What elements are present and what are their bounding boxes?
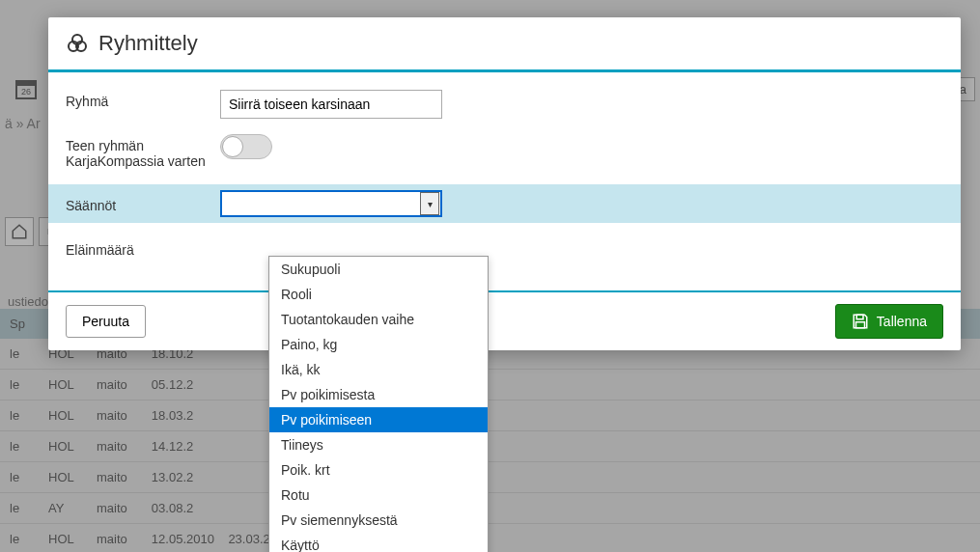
- svg-rect-9: [856, 315, 863, 319]
- toggle-knob: [222, 136, 243, 157]
- dropdown-item-rotu[interactable]: Rotu: [269, 483, 488, 508]
- form-row-karjakompassi: Teen ryhmän KarjaKompassia varten: [66, 134, 943, 169]
- rules-select[interactable]: ▾: [220, 190, 442, 217]
- karjakompassi-toggle[interactable]: [220, 134, 272, 159]
- cancel-button[interactable]: Peruuta: [66, 305, 146, 338]
- dropdown-item-pv-poikimisesta[interactable]: Pv poikimisesta: [269, 382, 488, 407]
- dropdown-item-pv-poikimiseen[interactable]: Pv poikimiseen: [269, 407, 488, 432]
- group-name-input[interactable]: [220, 90, 442, 119]
- dropdown-item-tuotantokauden-vaihe[interactable]: Tuotantokauden vaihe: [269, 307, 488, 332]
- svg-rect-10: [855, 322, 864, 328]
- modal-footer: Peruuta Tallenna: [48, 290, 961, 350]
- grouping-icon: [66, 32, 89, 55]
- dropdown-item-tiineys[interactable]: Tiineys: [269, 432, 488, 457]
- form-row-rules: Säännöt ▾: [48, 184, 961, 223]
- label-group: Ryhmä: [66, 90, 220, 109]
- dropdown-item-sukupuoli[interactable]: Sukupuoli: [269, 257, 488, 282]
- form-row-group: Ryhmä: [66, 90, 943, 119]
- modal-header: Ryhmittely: [48, 17, 961, 72]
- modal-body: Ryhmä Teen ryhmän KarjaKompassia varten …: [48, 72, 961, 290]
- modal-title: Ryhmittely: [98, 31, 198, 56]
- label-rules: Säännöt: [66, 194, 220, 213]
- rules-dropdown-menu: Sukupuoli Rooli Tuotantokauden vaihe Pai…: [268, 256, 489, 552]
- save-button[interactable]: Tallenna: [835, 304, 943, 339]
- grouping-modal: Ryhmittely Ryhmä Teen ryhmän KarjaKompas…: [48, 17, 961, 350]
- dropdown-item-poik-krt[interactable]: Poik. krt: [269, 457, 488, 483]
- dropdown-item-kaytto[interactable]: Käyttö: [269, 533, 488, 552]
- dropdown-item-ika[interactable]: Ikä, kk: [269, 357, 488, 382]
- dropdown-item-pv-siemennyksesta[interactable]: Pv siemennyksestä: [269, 508, 488, 533]
- dropdown-item-paino[interactable]: Paino, kg: [269, 332, 488, 357]
- save-button-label: Tallenna: [877, 314, 927, 329]
- save-icon: [852, 313, 869, 330]
- form-row-animal-count: Eläinmäärä: [66, 238, 943, 258]
- label-karjakompassi: Teen ryhmän KarjaKompassia varten: [66, 134, 220, 169]
- dropdown-item-rooli[interactable]: Rooli: [269, 282, 488, 307]
- chevron-down-icon: ▾: [420, 192, 439, 215]
- label-animal-count: Eläinmäärä: [66, 238, 220, 258]
